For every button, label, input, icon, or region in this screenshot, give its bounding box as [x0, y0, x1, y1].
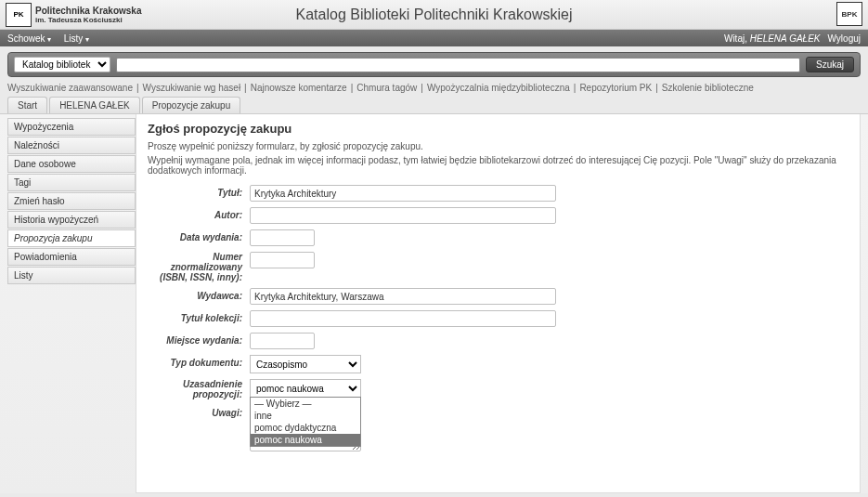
label-uzasadnienie: Uzasadnienie propozycji:	[148, 379, 250, 399]
input-autor[interactable]	[250, 207, 556, 224]
uni-subtitle: im. Tadeusza Kościuszki	[35, 16, 142, 24]
sidebar-item-fees[interactable]: Należności	[7, 137, 136, 154]
menu-schowek[interactable]: Schowek	[7, 33, 51, 44]
logo-pk: PK	[6, 3, 32, 27]
menubar-right: Witaj, HELENA GAŁEK Wyloguj	[724, 33, 861, 44]
input-miejsce[interactable]	[250, 333, 315, 349]
label-data-wydania: Data wydania:	[148, 229, 250, 242]
sublink-repo[interactable]: Repozytorium PK	[579, 83, 652, 93]
label-uwagi: Uwagi:	[148, 405, 250, 418]
label-tytul: Tytuł:	[148, 185, 250, 198]
sidebar-item-tags[interactable]: Tagi	[7, 174, 136, 191]
form-intro: Proszę wypełnić poniższy formularz, by z…	[148, 141, 849, 151]
sublinks: Wyszukiwanie zaawansowane | Wyszukiwanie…	[0, 83, 868, 97]
main-panel: Zgłoś propozycję zakupu Proszę wypełnić …	[136, 114, 861, 493]
sidebar-item-notifications[interactable]: Powiadomienia	[7, 248, 136, 266]
uni-name: Politechnika Krakowska	[35, 6, 142, 16]
bc-current[interactable]: Propozycje zakupu	[142, 97, 241, 113]
dropdown-option-inne[interactable]: inne	[251, 410, 360, 422]
label-miejsce: Miejsce wydania:	[148, 333, 250, 346]
sidebar-item-personal[interactable]: Dane osobowe	[7, 155, 136, 173]
greeting: Witaj, HELENA GAŁEK	[724, 33, 821, 44]
logout-link[interactable]: Wyloguj	[828, 33, 861, 44]
input-tytul[interactable]	[250, 185, 556, 202]
select-uzasadnienie[interactable]: pomoc naukowa	[250, 379, 361, 398]
sublink-tag-cloud[interactable]: Chmura tagów	[356, 83, 417, 93]
search-button[interactable]: Szukaj	[806, 57, 854, 72]
search-scope-select[interactable]: Katalog bibliotek	[14, 57, 110, 72]
dropdown-option-dydaktyczna[interactable]: pomoc dydaktyczna	[251, 422, 360, 434]
menubar-left: Schowek Listy	[7, 33, 89, 44]
search-input[interactable]	[116, 58, 800, 72]
dropdown-uzasadnienie-open: — Wybierz — inne pomoc dydaktyczna pomoc…	[250, 397, 361, 447]
bc-start[interactable]: Start	[7, 97, 47, 113]
label-tytul-kolekcji: Tytuł kolekcji:	[148, 310, 250, 323]
form-hint: Wypełnij wymagane pola, jednak im więcej…	[148, 155, 849, 176]
sidebar-item-purchase-proposal[interactable]: Propozycja zakupu	[7, 229, 136, 247]
searchbar: Katalog bibliotek Szukaj	[7, 52, 861, 77]
header: PK Politechnika Krakowska im. Tadeusza K…	[0, 0, 868, 30]
breadcrumb: Start HELENA GAŁEK Propozycje zakupu	[0, 97, 868, 113]
menubar: Schowek Listy Witaj, HELENA GAŁEK Wylogu…	[0, 30, 868, 46]
label-wydawca: Wydawca:	[148, 288, 250, 301]
sublink-by-subject[interactable]: Wyszukiwanie wg haseł	[143, 83, 241, 93]
dropdown-option-placeholder[interactable]: — Wybierz —	[251, 398, 360, 410]
sidebar-item-lists[interactable]: Listy	[7, 267, 136, 284]
logo-group: PK Politechnika Krakowska im. Tadeusza K…	[6, 3, 142, 27]
input-wydawca[interactable]	[250, 288, 556, 305]
searchbar-wrap: Katalog bibliotek Szukaj	[0, 46, 868, 83]
logo-bpk: BPK	[836, 2, 862, 26]
select-typ[interactable]: Czasopismo	[250, 355, 361, 373]
sublink-adv-search[interactable]: Wyszukiwanie zaawansowane	[7, 83, 133, 93]
sidebar-item-history[interactable]: Historia wypożyczeń	[7, 211, 136, 229]
dropdown-option-naukowa[interactable]: pomoc naukowa	[251, 434, 360, 446]
input-tytul-kolekcji[interactable]	[250, 310, 556, 327]
sidebar: Wypożyczenia Należności Dane osobowe Tag…	[7, 114, 136, 493]
bc-user[interactable]: HELENA GAŁEK	[49, 97, 140, 113]
sidebar-item-loans[interactable]: Wypożyczenia	[7, 118, 136, 136]
form-title: Zgłoś propozycję zakupu	[148, 122, 849, 136]
sublink-ill[interactable]: Wypożyczalnia międzybiblioteczna	[427, 83, 570, 93]
uni-text: Politechnika Krakowska im. Tadeusza Kośc…	[35, 6, 142, 24]
label-autor: Autor:	[148, 207, 250, 220]
label-typ: Typ dokumentu:	[148, 355, 250, 368]
input-data-wydania[interactable]	[250, 229, 315, 246]
sublink-comments[interactable]: Najnowsze komentarze	[251, 83, 347, 93]
content: Wypożyczenia Należności Dane osobowe Tag…	[0, 113, 868, 493]
label-numer: Numer znormalizowany (ISBN, ISSN, inny):	[148, 252, 250, 282]
menu-listy[interactable]: Listy	[64, 33, 89, 44]
input-numer[interactable]	[250, 252, 315, 268]
sidebar-item-password[interactable]: Zmień hasło	[7, 192, 136, 210]
sublink-training[interactable]: Szkolenie biblioteczne	[662, 83, 754, 93]
